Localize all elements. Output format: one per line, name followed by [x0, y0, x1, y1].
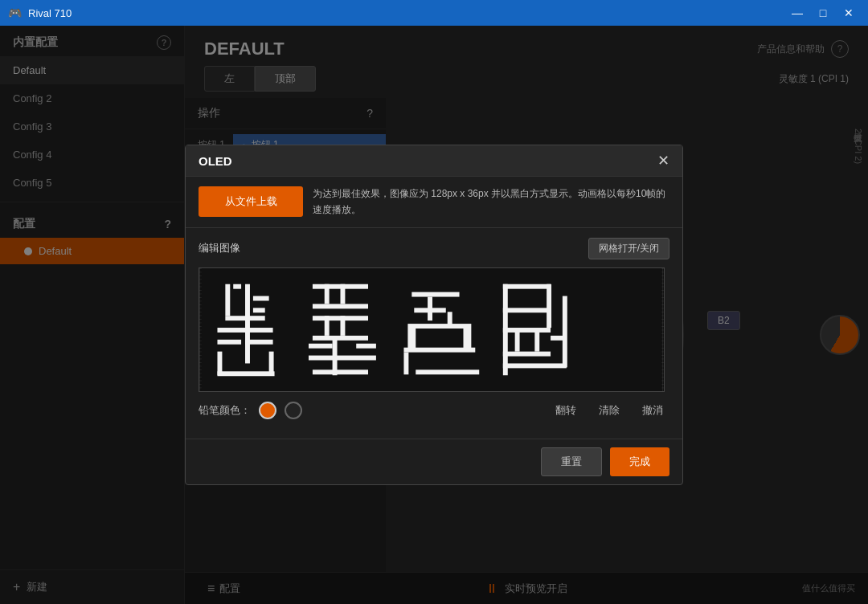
svg-rect-7 — [245, 284, 250, 363]
svg-rect-8 — [217, 328, 272, 333]
undo-button[interactable]: 撤消 — [636, 400, 669, 421]
svg-rect-29 — [356, 343, 376, 348]
svg-rect-36 — [403, 352, 408, 374]
modal-title: OLED — [199, 154, 232, 168]
svg-rect-44 — [503, 328, 551, 333]
svg-rect-28 — [309, 343, 333, 348]
svg-rect-49 — [563, 296, 567, 367]
svg-rect-50 — [551, 336, 567, 341]
maximize-button[interactable]: □ — [812, 5, 834, 21]
flip-button[interactable]: 翻转 — [549, 400, 583, 421]
svg-rect-39 — [414, 308, 445, 312]
modal-info: 从文件上载 为达到最佳效果，图像应为 128px x 36px 并以黑白方式显示… — [186, 177, 682, 227]
svg-rect-24 — [313, 336, 368, 341]
svg-rect-47 — [503, 351, 551, 356]
svg-rect-37 — [416, 369, 479, 374]
modal-overlay: OLED ✕ 从文件上载 为达到最佳效果，图像应为 128px x 36px 并… — [0, 26, 868, 604]
editor-label: 编辑图像 — [199, 241, 240, 255]
titlebar-controls: — □ ✕ — [786, 5, 860, 21]
done-button[interactable]: 完成 — [610, 447, 669, 476]
svg-rect-48 — [503, 363, 567, 368]
svg-rect-14 — [233, 284, 241, 288]
clear-button[interactable]: 清除 — [592, 400, 626, 421]
minimize-button[interactable]: — — [786, 5, 809, 21]
svg-rect-46 — [534, 332, 539, 352]
pencil-label: 铅笔颜色： — [199, 403, 251, 418]
pencil-row: 铅笔颜色： 翻转 清除 撤消 — [199, 400, 669, 421]
svg-rect-19 — [340, 284, 345, 304]
pencil-color-orange[interactable] — [259, 402, 276, 419]
titlebar: 🎮 Rival 710 — □ ✕ — [0, 0, 868, 26]
svg-rect-23 — [340, 316, 345, 336]
modal-info-text: 为达到最佳效果，图像应为 128px x 36px 并以黑白方式显示。动画格以每… — [313, 186, 669, 217]
modal-header: OLED ✕ — [186, 145, 682, 177]
svg-rect-41 — [503, 284, 551, 288]
canvas-area[interactable] — [199, 267, 665, 392]
pencil-actions: 翻转 清除 撤消 — [549, 400, 669, 421]
svg-rect-42 — [547, 284, 551, 327]
modal-close-button[interactable]: ✕ — [657, 153, 669, 168]
svg-rect-38 — [448, 312, 452, 328]
svg-rect-22 — [325, 316, 330, 336]
svg-rect-10 — [245, 340, 273, 345]
svg-rect-45 — [515, 332, 520, 352]
pencil-color-black[interactable] — [285, 402, 302, 419]
canvas-art — [199, 268, 664, 391]
modal-footer: 重置 完成 — [186, 439, 682, 484]
image-editor-header: 编辑图像 网格打开/关闭 — [199, 238, 669, 259]
svg-rect-26 — [313, 369, 368, 374]
svg-rect-20 — [313, 304, 368, 308]
upload-button[interactable]: 从文件上载 — [199, 186, 303, 217]
svg-rect-18 — [325, 284, 330, 304]
pixel-art-svg — [199, 268, 664, 391]
svg-rect-35 — [403, 347, 475, 352]
svg-rect-16 — [253, 308, 265, 312]
oled-modal: OLED ✕ 从文件上载 为达到最佳效果，图像应为 128px x 36px 并… — [185, 145, 683, 484]
titlebar-left: 🎮 Rival 710 — [8, 6, 72, 19]
close-button[interactable]: ✕ — [837, 5, 860, 21]
svg-rect-30 — [411, 292, 459, 296]
image-editor: 编辑图像 网格打开/关闭 — [186, 228, 682, 439]
grid-toggle-button[interactable]: 网格打开/关闭 — [588, 238, 669, 259]
svg-rect-27 — [309, 355, 376, 360]
svg-rect-33 — [407, 329, 416, 349]
svg-rect-9 — [217, 340, 241, 345]
reset-button[interactable]: 重置 — [541, 447, 602, 476]
svg-rect-5 — [225, 284, 230, 315]
svg-rect-13 — [217, 371, 274, 376]
svg-rect-32 — [407, 324, 471, 329]
svg-rect-43 — [503, 308, 551, 312]
app-title: Rival 710 — [28, 7, 72, 19]
svg-rect-15 — [253, 296, 269, 300]
app-icon: 🎮 — [8, 6, 22, 19]
svg-rect-34 — [463, 329, 471, 349]
